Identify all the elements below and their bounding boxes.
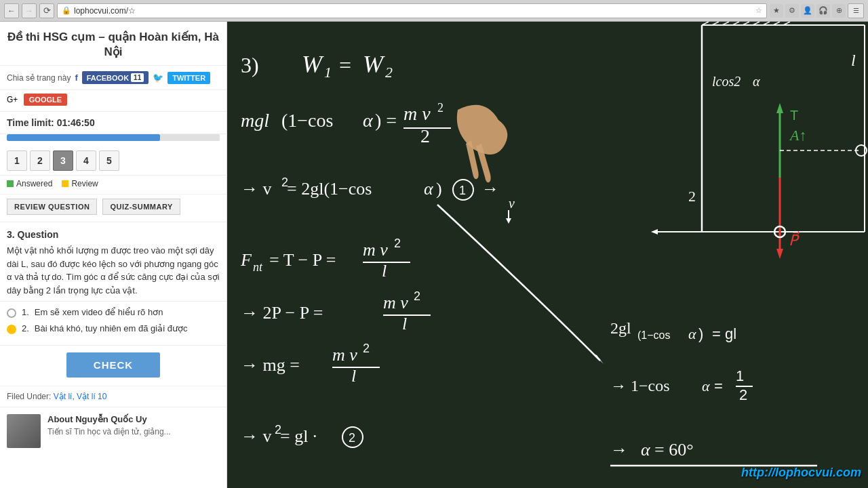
option-2-label: 2. [22, 323, 29, 333]
progress-bar-fill [7, 134, 160, 141]
menu-button[interactable]: ☰ [848, 3, 864, 18]
svg-text:= T − P =: = T − P = [269, 250, 336, 270]
share-label: Chia sẻ trang này [7, 73, 71, 83]
facebook-button[interactable]: FACEBOOK 11 [82, 71, 149, 84]
svg-text:2: 2 [349, 431, 355, 445]
svg-text:m v: m v [403, 103, 431, 124]
svg-text:= gl ·: = gl · [280, 426, 317, 446]
svg-text:= gl: = gl [712, 325, 736, 342]
svg-text:nt: nt [253, 260, 263, 274]
svg-text:→: → [610, 440, 628, 460]
svg-text:→: → [481, 179, 499, 199]
svg-text:v: v [509, 196, 515, 211]
svg-text:→  mg =: → mg = [241, 355, 300, 375]
options-section: 1. Em sẽ xem video để hiểu rõ hơn 2. Bài… [0, 302, 226, 346]
question-nav-2[interactable]: 2 [30, 150, 50, 171]
google-row: G+ GOOGLE [0, 90, 226, 112]
watermark: http://lophocvui.com [741, 466, 861, 480]
svg-text:=: = [714, 378, 723, 394]
url-text: lophocvui.com/☆ [74, 6, 753, 16]
svg-text:l: l [382, 261, 387, 281]
main-content: Đề thi HSG cụm – quận Hoàn kiếm, Hà Nội … [0, 22, 868, 488]
author-avatar [7, 414, 41, 448]
svg-text:α: α [702, 378, 710, 394]
twitter-button[interactable]: TWITTER [167, 72, 210, 84]
review-question-button[interactable]: REVIEW QUESTION [7, 199, 97, 215]
quiz-summary-button[interactable]: QUIZ-SUMMARY [102, 199, 180, 215]
svg-text:W: W [302, 51, 324, 78]
reload-button[interactable]: ⟳ [39, 3, 54, 18]
avatar-image [7, 414, 41, 448]
svg-text:= 2gl(1−cos: = 2gl(1−cos [287, 179, 372, 199]
question-nav-3[interactable]: 3 [53, 150, 73, 171]
svg-text:3): 3) [241, 53, 259, 77]
question-nav-1[interactable]: 1 [7, 150, 27, 171]
browser-chrome: ← → ⟳ 🔒 lophocvui.com/☆ ☆ ★ ⚙ 👤 🎧 ⊕ ☰ [0, 0, 868, 22]
facebook-count: 11 [131, 73, 144, 82]
svg-text:→  v: → v [241, 179, 272, 199]
question-nav-5[interactable]: 5 [99, 150, 119, 171]
svg-text:1: 1 [324, 64, 332, 81]
extra-icon[interactable]: ⊕ [832, 4, 846, 18]
star-icon: ☆ [755, 6, 762, 15]
svg-text:→  v: → v [241, 426, 272, 446]
option-2-radio[interactable] [7, 325, 16, 334]
svg-text:2: 2 [414, 289, 420, 303]
svg-text:m v: m v [363, 240, 388, 260]
svg-text:2: 2 [420, 125, 430, 146]
option-2-text: Bài khá khó, tuy nhiên em đã giải được [35, 323, 188, 333]
forward-button[interactable]: → [22, 3, 37, 18]
question-text: Một vật nhỏ khối lượng m được treo vào m… [7, 244, 220, 297]
share-row: Chia sẻ trang này f FACEBOOK 11 🐦 TWITTE… [0, 66, 226, 90]
check-button[interactable]: CHECK [66, 352, 160, 378]
bookmark-icon[interactable]: ★ [770, 4, 783, 18]
back-button[interactable]: ← [4, 3, 19, 18]
filed-under-label: Filed Under: [7, 392, 51, 401]
filed-link-vatli10[interactable]: Vật lí 10 [77, 392, 106, 401]
option-2[interactable]: 2. Bài khá khó, tuy nhiên em đã giải đượ… [7, 323, 220, 334]
question-nav-4[interactable]: 4 [76, 150, 96, 171]
svg-text:=: = [339, 53, 351, 77]
svg-text:m v: m v [383, 293, 408, 312]
legend-answered: Answered [7, 179, 52, 188]
option-1-radio[interactable] [7, 308, 16, 318]
lock-icon: 🔒 [62, 6, 71, 15]
answered-dot [7, 180, 14, 187]
headset-icon[interactable]: 🎧 [816, 4, 830, 18]
svg-text:m v: m v [332, 345, 357, 365]
svg-text:lcos2: lcos2 [712, 74, 741, 89]
svg-text:→  1−cos: → 1−cos [610, 377, 670, 394]
twitter-icon: 🐦 [153, 73, 163, 83]
svg-text:l: l [851, 52, 856, 69]
svg-text:α: α [363, 110, 374, 131]
address-bar[interactable]: 🔒 lophocvui.com/☆ ☆ [57, 3, 767, 18]
svg-text:l: l [351, 366, 356, 386]
user-icon[interactable]: 👤 [801, 4, 814, 18]
svg-text:A↑: A↑ [789, 127, 806, 144]
svg-text:→  2P − P =: → 2P − P = [241, 303, 323, 323]
filed-link-vatli[interactable]: Vật lí [54, 392, 73, 401]
answered-label: Answered [16, 179, 52, 188]
extensions-icon[interactable]: ⚙ [785, 4, 799, 18]
review-dot [62, 180, 68, 187]
fb-icon: f [75, 73, 77, 83]
svg-text:2: 2 [688, 188, 696, 205]
google-prefix: G+ [7, 95, 18, 104]
sidebar: Đề thi HSG cụm – quận Hoàn kiếm, Hà Nội … [0, 22, 227, 488]
svg-text:): ) [698, 325, 703, 342]
toolbar-icons: ★ ⚙ 👤 🎧 ⊕ ☰ [770, 3, 864, 18]
option-1[interactable]: 1. Em sẽ xem video để hiểu rõ hơn [7, 307, 220, 318]
svg-text:2: 2 [385, 64, 393, 81]
svg-text:(1−cos: (1−cos [281, 110, 333, 131]
svg-text:α: α [753, 74, 760, 89]
action-buttons: REVIEW QUESTION QUIZ-SUMMARY [0, 195, 226, 222]
svg-text:T: T [790, 108, 798, 123]
time-limit: Time limit: 01:46:50 [0, 112, 226, 134]
filed-under: Filed Under: Vật lí, Vật lí 10 [0, 386, 226, 407]
svg-text:= 60°: = 60° [654, 440, 694, 460]
svg-text:2gl: 2gl [610, 319, 631, 337]
google-button[interactable]: GOOGLE [24, 94, 67, 106]
math-content: 3) W 1 = W 2 mgl (1−cos α ) = m v 2 2 [227, 22, 868, 488]
svg-text:2: 2 [437, 101, 443, 115]
question-nav: 1 2 3 4 5 [0, 146, 226, 176]
